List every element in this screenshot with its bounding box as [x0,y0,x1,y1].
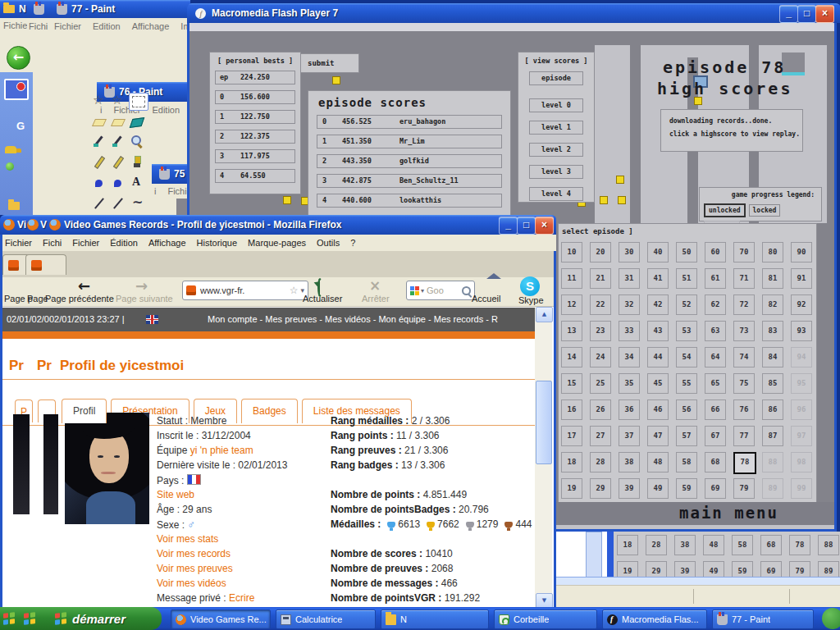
episode-cell[interactable]: 11 [561,268,582,289]
episode-cell[interactable]: 17 [561,426,582,446]
back-button-label[interactable]: Page précédente [45,294,114,304]
close-button[interactable]: × [535,217,554,235]
maximize-button[interactable]: □ [797,5,816,23]
episode-cell[interactable]: 14 [561,347,582,368]
episode-cell[interactable]: 29 [590,478,611,499]
profile-link[interactable]: yi 'n phie team [190,445,253,456]
forward-button-label[interactable]: Page suivante [116,294,173,304]
episode-cell[interactable]: 58 [732,535,753,555]
back-button[interactable]: ← [7,46,30,70]
episode-cell[interactable]: 25 [590,373,611,394]
episode-cell[interactable]: 50 [676,242,697,262]
tab-fragment[interactable] [25,254,66,275]
episode-cell[interactable]: 78 [789,535,810,555]
back-icon[interactable]: ← [78,277,90,294]
episode-cell[interactable]: 87 [762,426,783,446]
paint-tool-brush-icon[interactable] [129,154,145,171]
tab-profil[interactable]: Profil [62,399,107,423]
view-scores-button[interactable]: level 2 [529,143,583,157]
skype-icon[interactable]: S [520,276,540,296]
episode-cell[interactable]: 77 [733,426,755,446]
paint-tool-pencil-icon[interactable] [91,154,107,171]
episode-cell[interactable]: 70 [733,242,755,262]
refresh-label[interactable]: Actualiser [303,294,342,304]
episode-cell[interactable]: 38 [619,452,640,472]
episode-cell[interactable]: 66 [705,399,726,420]
view-scores-button[interactable]: episode [529,71,583,85]
episode-cell[interactable]: 91 [791,268,812,289]
episode-cell[interactable]: 89 [762,478,783,499]
episode-cell[interactable]: 27 [590,426,611,446]
menu-item-fragment[interactable]: Fichi [43,238,62,248]
menu-item[interactable]: Edition [93,21,121,31]
forward-icon[interactable]: → [135,277,148,294]
episode-cell[interactable]: 79 [789,561,810,577]
episode-cell[interactable]: 48 [703,535,724,555]
search-magnifier-icon[interactable] [462,286,471,295]
episode-cell[interactable]: 94 [791,347,812,368]
episode-cell[interactable]: 18 [561,452,582,472]
paint-tool-pencil-icon[interactable] [110,154,126,171]
profile-link[interactable]: Ecrire [229,592,254,604]
episode-cell[interactable]: 10 [561,242,582,262]
folder-icon[interactable] [8,202,20,210]
menu-item-fragment[interactable]: Fichi [29,21,48,31]
episode-cell[interactable]: 39 [674,561,696,577]
paint-tool-spray-icon[interactable] [110,175,126,192]
paint-tool-select-icon[interactable] [129,93,148,111]
view-scores-button[interactable]: level 4 [529,187,583,201]
paint-tool-star-icon[interactable] [91,93,107,110]
bookmark-star-icon[interactable]: ☆ [290,285,299,296]
episode-score-row[interactable]: 2443.350golfkid [317,154,502,168]
episode-cell[interactable]: 82 [762,294,783,315]
episode-cell[interactable]: 79 [733,478,755,499]
taskbar-button[interactable]: Corbeille [494,609,597,629]
menu-item[interactable]: Fichier [167,186,187,196]
vertical-scrollbar[interactable]: ▲ ▼ [535,307,552,607]
menu-item[interactable]: Fichier [72,238,99,248]
episode-cell[interactable]: 64 [705,347,726,368]
menu-item[interactable]: Affichage [132,21,170,31]
scroll-up-icon[interactable]: ▲ [536,307,553,322]
episode-cell[interactable]: 28 [590,452,611,472]
image-file-icon[interactable] [4,79,29,100]
episode-cell[interactable]: 21 [590,268,611,289]
search-dropdown-icon[interactable]: ▾ [421,287,424,294]
episode-cell[interactable]: 43 [647,321,669,341]
home-label[interactable]: Accueil [472,294,500,304]
episode-cell[interactable]: 88 [762,452,783,472]
episode-score-row[interactable]: 1451.350Mr_Lim [317,135,502,148]
minimize-button[interactable]: _ [499,217,518,235]
paint-tool-mag-icon[interactable] [129,134,145,151]
paint-tool-eraser-icon[interactable] [91,113,107,130]
episode-score-row[interactable]: 0456.525eru_bahagon [317,115,502,129]
episode-cell[interactable]: 18 [617,535,638,555]
episode-cell[interactable]: 58 [676,452,697,472]
episode-cell[interactable]: 96 [791,399,812,420]
url-text[interactable]: www.vgr-fr. [200,285,290,295]
profile-link[interactable]: Voir mes vidéos [157,578,226,589]
episode-cell[interactable]: 93 [791,321,812,341]
paint-tool-line-icon[interactable] [110,195,126,212]
paint-tool-textA-icon[interactable] [129,175,145,192]
episode-cell[interactable]: 60 [705,242,726,262]
episode-score-row[interactable]: 3442.875Ben_Schultz_11 [317,174,502,188]
episode-cell[interactable]: 32 [619,294,640,315]
episode-cell[interactable]: 46 [647,399,669,420]
taskbar-button[interactable]: 77 - Paint [712,609,814,629]
episode-cell[interactable]: 39 [619,478,640,499]
menu-item[interactable]: i [154,186,156,196]
episode-cell[interactable]: 49 [703,561,724,577]
paint-tool-star-icon[interactable] [110,93,126,110]
episode-cell[interactable]: 85 [762,373,783,394]
episode-cell[interactable]: 16 [561,399,582,420]
search-placeholder[interactable]: Goo [427,285,462,295]
episode-cell[interactable]: 68 [705,452,726,472]
episode-cell[interactable]: 36 [619,399,640,420]
episode-cell[interactable]: 15 [561,373,582,394]
menu-item-fragment[interactable]: Fichier [5,238,32,248]
maximize-button[interactable]: □ [517,217,536,235]
taskbar-button[interactable]: Video Games Re... [171,609,271,629]
episode-cell[interactable]: 51 [676,268,697,289]
episode-cell[interactable]: 99 [791,478,812,499]
